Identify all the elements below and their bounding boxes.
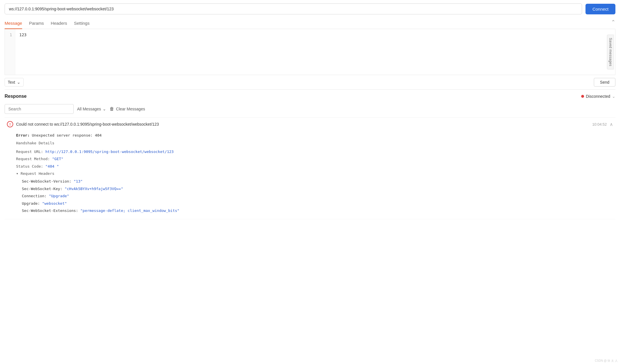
dropdown-arrow-icon: ⌄ (17, 80, 20, 85)
status-code-value: "404 " (45, 164, 59, 168)
line-numbers: 1 (5, 29, 15, 75)
message-header-row[interactable]: ! Could not connect to ws://127.0.0.1:90… (5, 118, 615, 131)
message-type-dropdown[interactable]: Text ⌄ (5, 78, 24, 87)
sec-extensions-value: "permessage-deflate; client_max_window_b… (81, 208, 179, 213)
request-method-line: Request Method: "GET" (16, 156, 604, 162)
status-code-label: Status Code: (16, 164, 43, 168)
status-code-line: Status Code: "404 " (16, 163, 604, 170)
message-type-label: Text (8, 80, 15, 85)
header-upgrade: Upgrade: "websocket" (16, 200, 604, 207)
connection-value: "Upgrade" (49, 194, 69, 198)
message-text: Could not connect to ws://127.0.0.1:9095… (16, 122, 592, 127)
messages-list: ! Could not connect to ws://127.0.0.1:90… (5, 117, 615, 364)
sec-version-value: "13" (74, 179, 83, 183)
connection-label: Connection: (22, 194, 47, 198)
error-label: Error: (16, 133, 30, 137)
url-bar: Connect (5, 3, 615, 14)
watermark: CSDN @ 张 太 人 (595, 359, 618, 363)
request-url-value[interactable]: http://127.0.0.1:9095/spring-boot-websoc… (45, 150, 174, 154)
header-sec-extensions: Sec-WebSocket-Extensions: "permessage-de… (16, 207, 604, 214)
all-messages-arrow-icon: ⌄ (103, 107, 106, 111)
error-icon: ! (7, 121, 13, 127)
status-dot-icon (581, 95, 584, 98)
sec-key-label: Sec-WebSocket-Key: (22, 187, 62, 191)
error-text: Unexpected server response: 404 (32, 133, 102, 137)
request-url-label: Request URL: (16, 150, 43, 154)
upgrade-value: "websocket" (42, 201, 67, 206)
send-button[interactable]: Send (594, 78, 615, 87)
tab-message[interactable]: Message (5, 18, 22, 29)
sec-extensions-label: Sec-WebSocket-Extensions: (22, 208, 78, 213)
all-messages-dropdown[interactable]: All Messages ⌄ (77, 107, 106, 111)
connect-button[interactable]: Connect (585, 4, 615, 14)
request-headers-section[interactable]: ▾ Request Headers (16, 170, 604, 177)
message-item: ! Could not connect to ws://127.0.0.1:90… (5, 118, 615, 219)
sec-key-value: "cHvAk5BYXv+h9fajw5F3VQ==" (65, 187, 123, 191)
line-number-1: 1 (8, 32, 12, 37)
upgrade-label: Upgrade: (22, 201, 40, 206)
status-text: Disconnected (586, 94, 610, 99)
search-input[interactable] (5, 104, 74, 114)
request-method-value: "GET" (52, 157, 63, 161)
editor-content[interactable] (15, 29, 615, 75)
header-sec-key: Sec-WebSocket-Key: "cHvAk5BYXv+h9fajw5F3… (16, 185, 604, 192)
status-chevron-icon[interactable]: ⌄ (612, 94, 615, 99)
header-connection: Connection: "Upgrade" (16, 193, 604, 199)
handshake-title: Handshake Details (16, 140, 604, 146)
editor-area: 1 Saved messages (5, 29, 615, 75)
send-bar: Text ⌄ Send (5, 75, 615, 90)
message-toggle-icon[interactable]: ∧ (610, 122, 613, 127)
all-messages-label: All Messages (77, 107, 101, 111)
tab-headers[interactable]: Headers (51, 18, 67, 29)
message-time: 10:04:52 (592, 122, 607, 127)
request-method-label: Request Method: (16, 157, 50, 161)
clear-messages-label: Clear Messages (116, 107, 145, 111)
url-input[interactable] (5, 3, 582, 14)
header-sec-version: Sec-WebSocket-Version: "13" (16, 178, 604, 185)
saved-messages-tab[interactable]: Saved messages (607, 35, 614, 69)
request-url-line: Request URL: http://127.0.0.1:9095/sprin… (16, 148, 604, 155)
tabs-collapse[interactable]: ⌃ (611, 19, 615, 28)
error-details: Error: Unexpected server response: 404 H… (5, 131, 615, 219)
filter-bar: All Messages ⌄ 🗑 Clear Messages (5, 102, 615, 117)
tab-bar: Message Params Headers Settings ⌃ (5, 18, 615, 29)
sec-version-label: Sec-WebSocket-Version: (22, 179, 71, 183)
response-header: Response Disconnected ⌄ (5, 90, 615, 102)
chevron-up-icon[interactable]: ⌃ (611, 19, 615, 25)
clear-messages-button[interactable]: 🗑 Clear Messages (110, 106, 145, 112)
error-line: Error: Unexpected server response: 404 (16, 132, 604, 139)
trash-icon: 🗑 (110, 106, 114, 112)
tab-params[interactable]: Params (29, 18, 44, 29)
tab-settings[interactable]: Settings (74, 18, 89, 29)
response-title: Response (5, 94, 26, 99)
connection-status[interactable]: Disconnected ⌄ (581, 94, 615, 99)
